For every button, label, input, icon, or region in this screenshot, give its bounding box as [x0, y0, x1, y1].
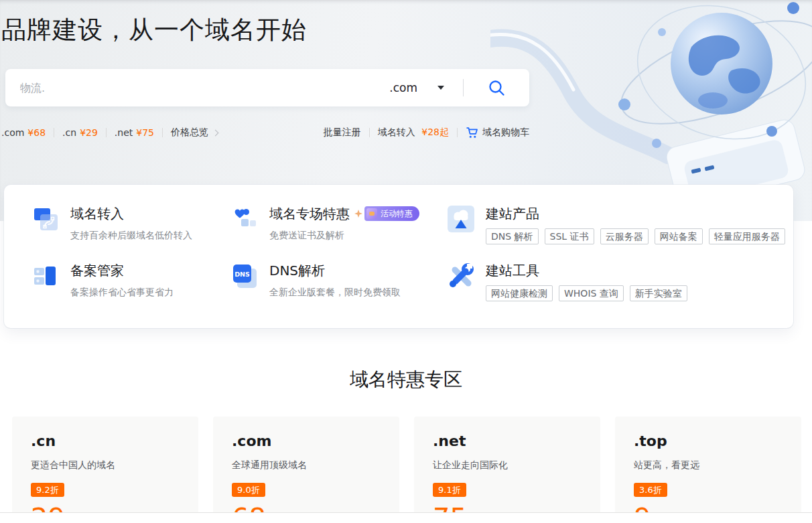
discount-badge: 9.2折 [31, 483, 64, 497]
service-domain-promo[interactable]: 域名专场特惠 活动特惠 免费送证书及解析 [231, 205, 448, 244]
price-link-com[interactable]: .com¥68 [1, 127, 46, 138]
promo-heart-icon [231, 206, 258, 232]
service-filing-manager[interactable]: 备案管家 备案操作省心省事更省力 [32, 262, 231, 301]
product-tags: DNS 解析 SSL 证书 云服务器 网站备案 轻量应用服务器 [486, 228, 785, 244]
tag-beian[interactable]: 网站备案 [655, 228, 703, 244]
tld-select[interactable]: .com [385, 81, 448, 94]
domain-cart-link[interactable]: 域名购物车 [466, 127, 529, 139]
divider [54, 128, 54, 137]
divider [106, 128, 107, 137]
domain-search-bar: .com [5, 69, 529, 106]
tld-selected-value: .com [389, 81, 417, 94]
divider [369, 128, 370, 137]
service-dns[interactable]: DNS DNS解析 全新企业版套餐，限时免费领取 [231, 262, 448, 301]
transfer-icon [32, 206, 59, 232]
quick-links: 批量注册 域名转入 ¥28起 域名购物车 [324, 127, 529, 139]
tag-ecs[interactable]: 云服务器 [600, 228, 649, 244]
bottom-scroll-strip [0, 512, 812, 523]
dns-icon: DNS [231, 263, 258, 289]
svg-text:DNS: DNS [234, 271, 250, 278]
price-link-net[interactable]: .net¥75 [115, 127, 154, 138]
deal-card-top[interactable]: .top 站更高，看更远 3.6折 9 元/首年 [615, 417, 801, 523]
promo-badge: 活动特惠 [364, 206, 419, 221]
tag-newbie-lab[interactable]: 新手实验室 [630, 285, 687, 301]
divider [457, 128, 458, 137]
service-site-products[interactable]: 建站产品 DNS 解析 SSL 证书 云服务器 网站备案 轻量应用服务器 [448, 205, 787, 244]
search-button[interactable] [464, 69, 529, 106]
deal-card-net[interactable]: .net 让企业走向国际化 9.1折 75 元/首年 [414, 417, 600, 523]
domain-transfer-link[interactable]: 域名转入 ¥28起 [378, 127, 449, 139]
discount-badge: 9.0折 [232, 483, 265, 497]
tool-tags: 网站健康检测 WHOIS 查询 新手实验室 [486, 285, 687, 301]
tag-dns[interactable]: DNS 解析 [486, 228, 539, 244]
tag-whois[interactable]: WHOIS 查询 [559, 285, 624, 301]
deal-card-cn[interactable]: .cn 更适合中国人的域名 9.2折 29 元/首年 [12, 417, 198, 523]
service-site-tools[interactable]: 建站工具 网站健康检测 WHOIS 查询 新手实验室 [448, 262, 787, 301]
gift-icon [366, 208, 377, 219]
search-icon [488, 79, 506, 97]
discount-badge: 9.1折 [433, 483, 466, 497]
page-title: 品牌建设，从一个域名开始 [1, 13, 307, 47]
chevron-down-icon [437, 86, 444, 93]
chevron-right-icon [212, 129, 219, 136]
tag-health-check[interactable]: 网站健康检测 [486, 285, 553, 301]
deal-card-com[interactable]: .com 全球通用顶级域名 9.0折 68 元/首年 [213, 417, 399, 523]
deals-section-title: 域名特惠专区 [0, 367, 812, 392]
service-domain-transfer[interactable]: 域名转入 支持百余种后缀域名低价转入 [32, 205, 231, 244]
price-row: .com¥68 .cn¥29 .net¥75 价格总览 批量注册 域名转入 ¥2… [1, 127, 529, 139]
discount-badge: 3.6折 [634, 483, 667, 497]
search-input[interactable] [5, 69, 385, 106]
sparkle-icon [354, 210, 362, 218]
services-card: 域名转入 支持百余种后缀域名低价转入 域名专场特惠 [4, 185, 793, 328]
cloud-site-icon [448, 206, 474, 232]
price-link-cn[interactable]: .cn¥29 [62, 127, 98, 138]
price-overview-link[interactable]: 价格总览 [171, 127, 218, 139]
batch-register-link[interactable]: 批量注册 [324, 127, 361, 139]
tools-icon [448, 263, 474, 289]
tag-ssl[interactable]: SSL 证书 [545, 228, 594, 244]
filing-icon [32, 263, 59, 289]
cart-icon [466, 127, 478, 139]
divider [162, 128, 163, 137]
deals-cards: .cn 更适合中国人的域名 9.2折 29 元/首年 .com 全球通用顶级域名… [12, 417, 801, 523]
tag-lightserver[interactable]: 轻量应用服务器 [709, 228, 785, 244]
